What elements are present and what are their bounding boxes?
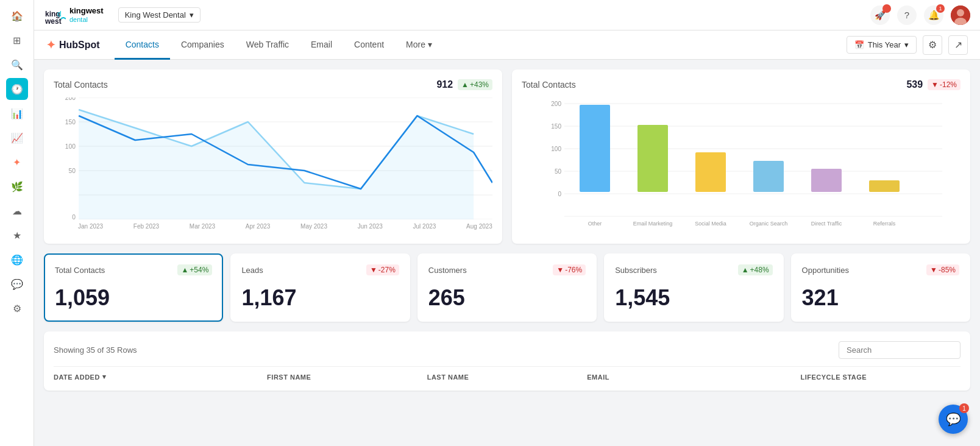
nav-message-icon[interactable]: 💬 xyxy=(6,273,28,295)
charts-row: Total Contacts 912 ▲ +43% xyxy=(44,69,970,244)
nav-globe-icon[interactable]: 🌐 xyxy=(6,249,28,271)
hubspot-logo: ✦ HubSpot xyxy=(46,38,100,52)
svg-text:Email Marketing: Email Marketing xyxy=(633,221,673,227)
top-bar: king west d kingwest dental King West De… xyxy=(34,0,980,30)
stat-label-subscribers: Subscribers xyxy=(615,266,657,275)
line-chart-header: Total Contacts 912 ▲ +43% xyxy=(54,79,492,90)
stat-header-total-contacts: Total Contacts ▲ +54% xyxy=(55,264,212,275)
tab-companies[interactable]: Companies xyxy=(170,31,235,60)
svg-text:200: 200 xyxy=(551,101,561,107)
bar-chart-svg: 200 150 100 50 0 Other Email Marketing xyxy=(522,97,960,232)
stat-header-subscribers: Subscribers ▲ +48% xyxy=(615,264,772,275)
line-chart-title: Total Contacts xyxy=(54,80,108,90)
line-chart-container: 200 150 100 50 0 Jan 2023 Feb 2023 xyxy=(54,97,492,232)
stat-card-subscribers[interactable]: Subscribers ▲ +48% 1,545 xyxy=(604,253,783,322)
col-email[interactable]: Email xyxy=(587,373,800,381)
stat-value-opportunities: 321 xyxy=(802,285,959,311)
svg-rect-32 xyxy=(695,152,726,192)
logo-icon: king west d xyxy=(44,4,66,26)
svg-text:0: 0 xyxy=(72,214,76,219)
svg-text:Social Media: Social Media xyxy=(695,221,726,227)
stat-card-opportunities[interactable]: Opportunities ▼ -85% 321 xyxy=(791,253,970,322)
line-chart-card: Total Contacts 912 ▲ +43% xyxy=(44,69,502,244)
brand-name: King West Dental xyxy=(125,10,186,19)
stat-trend-subscribers: ▲ +48% xyxy=(738,264,773,275)
tab-contacts[interactable]: Contacts xyxy=(115,31,170,60)
x-label-feb: Feb 2023 xyxy=(133,223,159,230)
nav-home-icon[interactable]: 🏠 xyxy=(6,5,28,27)
filter-icon[interactable]: ⚙ xyxy=(923,35,942,55)
table-section: Showing 35 of 35 Rows Date Added ▾ First… xyxy=(44,331,970,391)
tab-email[interactable]: Email xyxy=(300,31,343,60)
nav-tabs: Contacts Companies Web Traffic Email Con… xyxy=(115,30,847,59)
nav-search-icon[interactable]: 🔍 xyxy=(6,54,28,76)
logo: king west d kingwest dental xyxy=(44,4,104,26)
nav-salesforce-icon[interactable]: ☁ xyxy=(6,200,28,222)
col-lifecycle-stage[interactable]: Lifecycle Stage xyxy=(800,373,960,381)
x-label-mar: Mar 2023 xyxy=(190,223,215,230)
svg-text:Other: Other xyxy=(588,221,602,227)
tab-more[interactable]: More ▾ xyxy=(395,31,443,60)
nav-chart-bar-icon[interactable]: 📊 xyxy=(6,102,28,124)
bar-chart-trend: ▼ -12% xyxy=(928,79,960,90)
col-last-name[interactable]: Last Name xyxy=(427,373,588,381)
bar-chart-header: Total Contacts 539 ▼ -12% xyxy=(522,79,960,90)
line-chart-trend: ▲ +43% xyxy=(458,79,492,90)
chat-badge: 1 xyxy=(959,403,969,413)
avatar[interactable] xyxy=(951,5,970,25)
this-year-label: This Year xyxy=(868,40,901,49)
stat-trend-opportunities: ▼ -85% xyxy=(926,264,959,275)
hubspot-title: HubSpot xyxy=(59,40,100,51)
tab-web-traffic[interactable]: Web Traffic xyxy=(235,31,300,60)
chat-button[interactable]: 💬 1 xyxy=(939,405,968,434)
svg-text:100: 100 xyxy=(551,146,561,152)
svg-text:Organic Search: Organic Search xyxy=(750,221,788,227)
stat-trend-leads: ▼ -27% xyxy=(366,264,399,275)
svg-rect-30 xyxy=(637,125,668,192)
hubspot-nav: ✦ HubSpot Contacts Companies Web Traffic… xyxy=(34,30,980,60)
notification-icon[interactable]: 🔔 1 xyxy=(924,5,943,25)
calendar-icon: 📅 xyxy=(854,40,864,49)
stat-card-leads[interactable]: Leads ▼ -27% 1,167 xyxy=(230,253,410,322)
nav-hubspot-icon[interactable]: ✦ xyxy=(6,151,28,173)
stat-trend-total-contacts: ▲ +54% xyxy=(177,264,212,275)
nav-chart-line-icon[interactable]: 📈 xyxy=(6,127,28,149)
nav-star-icon[interactable]: ★ xyxy=(6,224,28,246)
stats-row: Total Contacts ▲ +54% 1,059 Leads ▼ -27%… xyxy=(44,253,970,322)
search-input[interactable] xyxy=(839,341,960,359)
stat-header-opportunities: Opportunities ▼ -85% xyxy=(802,264,959,275)
x-label-jun: Jun 2023 xyxy=(358,223,383,230)
line-chart-svg: 200 150 100 50 0 xyxy=(54,97,492,219)
stat-label-total-contacts: Total Contacts xyxy=(55,266,105,275)
col-first-name[interactable]: First Name xyxy=(267,373,427,381)
svg-rect-34 xyxy=(753,161,784,192)
notification-badge: 1 xyxy=(936,4,945,13)
table-showing-text: Showing 35 of 35 Rows xyxy=(54,345,137,355)
stat-label-leads: Leads xyxy=(241,266,263,275)
logo-line2: dental xyxy=(69,16,104,23)
nav-grid-icon[interactable]: ⊞ xyxy=(6,29,28,51)
stat-value-subscribers: 1,545 xyxy=(615,285,772,311)
table-header: Showing 35 of 35 Rows xyxy=(54,341,960,359)
bar-chart-value-group: 539 ▼ -12% xyxy=(906,79,960,90)
share-icon[interactable]: ↗ xyxy=(948,35,968,55)
this-year-button[interactable]: 📅 This Year ▾ xyxy=(847,36,917,54)
x-label-may: May 2023 xyxy=(300,223,327,230)
col-date-added[interactable]: Date Added ▾ xyxy=(54,373,267,381)
tab-content[interactable]: Content xyxy=(343,31,395,60)
line-chart-number: 912 xyxy=(436,79,453,90)
stat-card-customers[interactable]: Customers ▼ -76% 265 xyxy=(417,253,597,322)
bar-chart-card: Total Contacts 539 ▼ -12% xyxy=(512,69,970,244)
help-icon[interactable]: ? xyxy=(897,5,917,25)
stat-label-opportunities: Opportunities xyxy=(802,266,849,275)
svg-text:Referrals: Referrals xyxy=(873,221,896,227)
nav-analytics-icon[interactable]: 🕐 xyxy=(6,78,28,100)
nav-settings-icon[interactable]: ⚙ xyxy=(6,297,28,319)
brand-selector[interactable]: King West Dental ▾ xyxy=(118,7,201,23)
rocket-icon[interactable]: 🚀 xyxy=(870,5,890,25)
stat-label-customers: Customers xyxy=(428,266,467,275)
nav-leaf-icon[interactable]: 🌿 xyxy=(6,175,28,197)
bar-chart-title: Total Contacts xyxy=(522,80,576,90)
stat-card-total-contacts[interactable]: Total Contacts ▲ +54% 1,059 xyxy=(44,253,223,322)
svg-text:50: 50 xyxy=(555,168,562,175)
